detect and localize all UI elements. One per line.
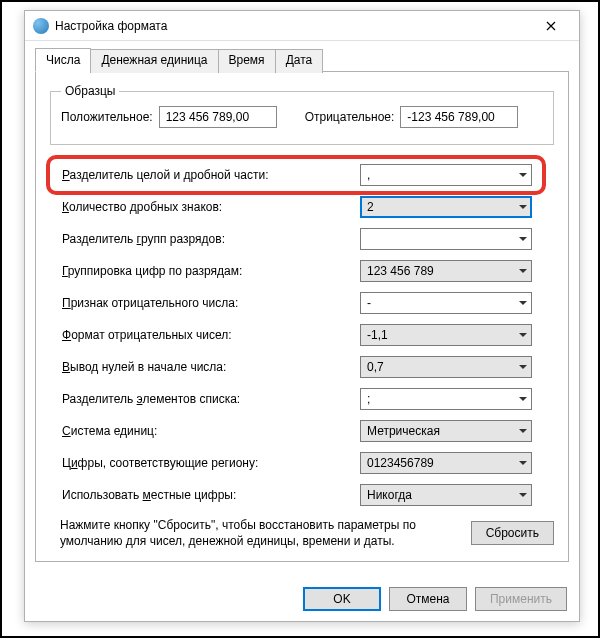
decimal-digits-label: Количество дробных знаков: xyxy=(50,200,300,214)
grouping-label: Группировка цифр по разрядам: xyxy=(50,264,300,278)
reset-button[interactable]: Сбросить xyxy=(471,521,554,545)
negative-label: Отрицательное: xyxy=(305,110,395,124)
group-sep-dropdown[interactable] xyxy=(360,228,532,250)
apply-button[interactable]: Применить xyxy=(475,587,567,611)
tab-numbers[interactable]: Числа xyxy=(35,48,91,72)
neg-format-dropdown[interactable]: -1,1 xyxy=(360,324,532,346)
neg-sign-label: Признак отрицательного числа: xyxy=(50,296,300,310)
measure-dropdown[interactable]: Метрическая xyxy=(360,420,532,442)
cancel-button[interactable]: Отмена xyxy=(389,587,467,611)
chevron-down-icon xyxy=(519,237,527,241)
native-digits-dropdown[interactable]: 0123456789 xyxy=(360,452,532,474)
close-icon xyxy=(546,21,556,31)
use-native-dropdown[interactable]: Никогда xyxy=(360,484,532,506)
chevron-down-icon xyxy=(519,333,527,337)
chevron-down-icon xyxy=(519,269,527,273)
list-sep-dropdown[interactable]: ; xyxy=(360,388,532,410)
tab-strip: Числа Денежная единица Время Дата xyxy=(35,47,569,72)
chevron-down-icon xyxy=(519,205,527,209)
tab-body-numbers: Образцы Положительное: 123 456 789,00 От… xyxy=(35,72,569,562)
group-sep-label: Разделитель групп разрядов: xyxy=(50,232,300,246)
grouping-dropdown[interactable]: 123 456 789 xyxy=(360,260,532,282)
tab-date[interactable]: Дата xyxy=(275,49,324,73)
chevron-down-icon xyxy=(519,429,527,433)
chevron-down-icon xyxy=(519,461,527,465)
positive-label: Положительное: xyxy=(61,110,153,124)
neg-format-label: Формат отрицательных чисел: xyxy=(50,328,300,342)
chevron-down-icon xyxy=(519,397,527,401)
tab-currency[interactable]: Денежная единица xyxy=(90,49,218,73)
reset-description: Нажмите кнопку "Сбросить", чтобы восстан… xyxy=(50,517,461,549)
samples-fieldset: Образцы Положительное: 123 456 789,00 От… xyxy=(50,84,554,145)
chevron-down-icon xyxy=(519,301,527,305)
chevron-down-icon xyxy=(519,365,527,369)
positive-sample: 123 456 789,00 xyxy=(159,106,277,128)
close-button[interactable] xyxy=(531,12,571,40)
dialog-footer: OK Отмена Применить xyxy=(303,587,567,611)
measure-label: Система единиц: xyxy=(50,424,300,438)
list-sep-label: Разделитель элементов списка: xyxy=(50,392,300,406)
native-digits-label: Цифры, соответствующие региону: xyxy=(50,456,300,470)
chevron-down-icon xyxy=(519,493,527,497)
neg-sign-dropdown[interactable]: - xyxy=(360,292,532,314)
decimal-digits-dropdown[interactable]: 2 xyxy=(360,196,532,218)
tab-time[interactable]: Время xyxy=(218,49,276,73)
use-native-label: Использовать местные цифры: xyxy=(50,488,300,502)
decimal-sep-label: Разделитель целой и дробной части: xyxy=(50,168,300,182)
titlebar: Настройка формата xyxy=(25,11,579,41)
leading-zero-label: Вывод нулей в начале числа: xyxy=(50,360,300,374)
samples-legend: Образцы xyxy=(61,84,119,98)
chevron-down-icon xyxy=(519,173,527,177)
window-title: Настройка формата xyxy=(55,19,531,33)
decimal-sep-dropdown[interactable]: , xyxy=(360,164,532,186)
negative-sample: -123 456 789,00 xyxy=(400,106,518,128)
globe-icon xyxy=(33,18,49,34)
dialog-window: Настройка формата Числа Денежная единица… xyxy=(24,10,580,622)
ok-button[interactable]: OK xyxy=(303,587,381,611)
leading-zero-dropdown[interactable]: 0,7 xyxy=(360,356,532,378)
